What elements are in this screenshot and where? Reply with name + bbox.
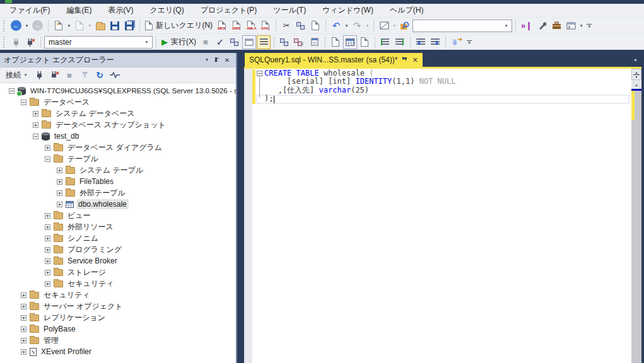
collapse-icon[interactable]: −: [33, 134, 38, 139]
tree-row[interactable]: +システム テーブル: [0, 164, 236, 176]
tree-item-label[interactable]: セキュリティ: [42, 289, 92, 301]
tree-item-label[interactable]: FileTables: [78, 176, 115, 187]
results-to-file-button[interactable]: [358, 35, 372, 49]
connect-button[interactable]: [9, 35, 23, 49]
tree-item-label[interactable]: Service Broker: [66, 256, 119, 266]
tree-item-label[interactable]: サーバー オブジェクト: [42, 301, 125, 313]
tree-item-label[interactable]: データベース スナップショット: [54, 119, 168, 131]
expand-icon[interactable]: +: [57, 190, 62, 196]
search-combobox-dropdown-icon[interactable]: ▼: [502, 21, 510, 31]
tree-row[interactable]: −テーブル: [0, 153, 236, 164]
save-button[interactable]: [108, 19, 122, 33]
document-well-dropdown-icon[interactable]: ▼: [633, 58, 638, 62]
activity-monitor-button[interactable]: [108, 68, 122, 82]
tree-item-label[interactable]: 外部テーブル: [78, 187, 127, 199]
change-connection-button[interactable]: [23, 35, 37, 49]
tree-row[interactable]: +システム データベース: [0, 108, 236, 119]
tree-item-label[interactable]: システム テーブル: [78, 164, 145, 176]
tree-row[interactable]: +ストレージ: [0, 267, 236, 278]
tab-pin-icon[interactable]: [402, 55, 407, 64]
parse-button[interactable]: ✓: [213, 35, 227, 49]
navigate-back-button[interactable]: ←: [9, 19, 23, 33]
expand-icon[interactable]: +: [45, 247, 50, 253]
tree-row[interactable]: +外部テーブル: [0, 187, 236, 199]
disconnect-object-button[interactable]: [47, 68, 61, 82]
menu-item[interactable]: ツール(T): [265, 4, 314, 17]
tree-item-label[interactable]: プログラミング: [66, 244, 124, 256]
selection-dropdown-icon[interactable]: ▼: [392, 24, 397, 28]
navigate-forward-button[interactable]: →: [30, 19, 45, 33]
collapse-icon[interactable]: −: [9, 88, 15, 94]
paste-button[interactable]: [308, 19, 322, 33]
refresh-button[interactable]: ↻: [93, 68, 107, 82]
database-combobox[interactable]: master ▼: [44, 36, 153, 49]
tree-item-label[interactable]: ストレージ: [66, 267, 108, 279]
tree-item-label[interactable]: 管理: [42, 335, 61, 347]
tree-item-label[interactable]: セキュリティ: [66, 278, 116, 290]
command-window-dropdown-icon[interactable]: ▼: [578, 24, 584, 28]
expand-icon[interactable]: +: [45, 213, 50, 219]
tree-item-label[interactable]: システム データベース: [54, 108, 137, 120]
expand-icon[interactable]: +: [45, 281, 50, 287]
client-statistics-button[interactable]: [308, 35, 322, 49]
comment-button[interactable]: [378, 35, 392, 49]
expand-icon[interactable]: +: [21, 315, 26, 321]
tree-row[interactable]: +レプリケーション: [0, 312, 236, 323]
toolbar-grip[interactable]: [3, 20, 6, 32]
tree-row[interactable]: +FileTables: [0, 176, 236, 187]
expand-icon[interactable]: +: [33, 111, 38, 117]
expand-icon[interactable]: +: [57, 202, 62, 207]
open-file-button[interactable]: [93, 19, 107, 33]
actual-plan-button[interactable]: [278, 35, 291, 49]
expand-icon[interactable]: +: [45, 258, 50, 264]
tree-row[interactable]: +ビュー: [0, 210, 236, 221]
scrollbar-track[interactable]: [631, 91, 641, 363]
estimated-plan-button[interactable]: [228, 35, 242, 49]
editor-scrollbar[interactable]: ▲▼ ▲: [631, 69, 641, 363]
database-combobox-dropdown-icon[interactable]: ▼: [143, 37, 151, 47]
tree-row[interactable]: −データベース: [0, 96, 236, 108]
box-selection-button[interactable]: [377, 19, 391, 33]
new-xmla-query-button[interactable]: XMLA: [244, 19, 258, 33]
tree-row[interactable]: +外部リソース: [0, 221, 236, 233]
execute-button[interactable]: ▶ 実行(X): [160, 35, 198, 49]
tree-item-label[interactable]: PolyBase: [42, 324, 78, 334]
template-parameters-button[interactable]: ﹫➜: [449, 35, 464, 49]
save-all-button[interactable]: [122, 19, 136, 33]
uncomment-button[interactable]: [393, 35, 407, 49]
intellisense-button[interactable]: [257, 35, 271, 49]
back-dropdown-icon[interactable]: ▼: [24, 24, 30, 28]
expand-icon[interactable]: +: [21, 338, 26, 343]
tree-row[interactable]: +dbo.wholesale: [0, 199, 236, 210]
connect-menu-button[interactable]: 接続 ▼: [3, 69, 31, 82]
tree-item-label[interactable]: テーブル: [66, 153, 100, 165]
increase-indent-button[interactable]: [428, 35, 442, 49]
copy-button[interactable]: [294, 19, 308, 33]
expand-icon[interactable]: +: [45, 145, 50, 151]
object-explorer-titlebar[interactable]: オブジェクト エクスプローラー ▼ ✕: [0, 53, 236, 67]
undo-button[interactable]: ↶: [329, 19, 343, 33]
toolbox-button[interactable]: [549, 19, 563, 33]
redo-button[interactable]: ↷: [350, 19, 364, 33]
tree-row[interactable]: +サーバー オブジェクト: [0, 301, 236, 312]
menu-item[interactable]: ファイル(F): [1, 4, 58, 17]
tree-row[interactable]: +ϟXEvent Profiler: [0, 346, 236, 357]
tree-item-label[interactable]: WIN-T7C9HCUJ6GS¥SQLEXPRESS (SQL Server 1…: [28, 86, 236, 95]
menu-item[interactable]: ウィンドウ(W): [314, 4, 382, 17]
new-dax-query-button[interactable]: DAX: [259, 19, 272, 33]
command-window-button[interactable]: [564, 19, 578, 33]
collapse-icon[interactable]: −: [45, 156, 50, 162]
tree-item-label[interactable]: レプリケーション: [42, 312, 107, 324]
expand-icon[interactable]: +: [21, 292, 26, 298]
tree-row[interactable]: +PolyBase: [0, 323, 236, 335]
expand-icon[interactable]: +: [45, 224, 50, 230]
find-button[interactable]: [398, 19, 412, 33]
toolbar-grip[interactable]: [3, 37, 6, 48]
close-icon[interactable]: ✕: [222, 57, 232, 64]
collapse-icon[interactable]: −: [21, 100, 26, 105]
scroll-up-icon[interactable]: ▲: [631, 80, 641, 89]
cancel-query-button[interactable]: ■: [199, 35, 213, 49]
document-tab[interactable]: SQLQuery1.sql - WIN...SS.master (sa (54)…: [245, 53, 423, 67]
results-to-grid-button[interactable]: [343, 35, 357, 49]
expand-icon[interactable]: +: [21, 304, 26, 309]
